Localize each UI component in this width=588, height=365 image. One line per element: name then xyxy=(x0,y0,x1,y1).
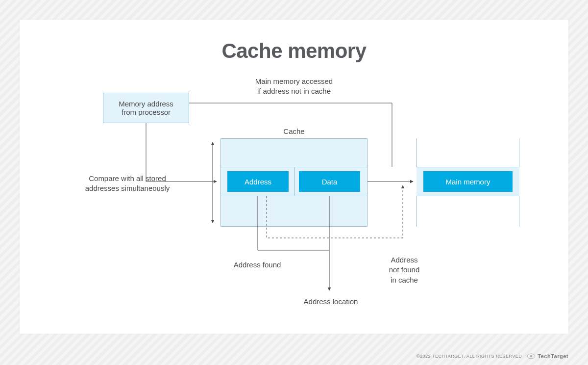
copyright-text: ©2022 TechTarget. All rights reserved xyxy=(416,354,522,359)
brand-logo: TechTarget xyxy=(527,353,568,359)
brand-name: TechTarget xyxy=(538,353,568,359)
cache-data-block: Data xyxy=(299,171,360,192)
label-main-memory-accessed: Main memory accessed if address not in c… xyxy=(230,77,358,97)
svg-point-1 xyxy=(530,355,532,357)
main-memory-block: Main memory xyxy=(423,171,513,192)
footer: ©2022 TechTarget. All rights reserved Te… xyxy=(416,353,568,359)
label-address-found: Address found xyxy=(218,260,296,270)
cache-address-block: Address xyxy=(227,171,289,192)
processor-address-box: Memory address from processor xyxy=(103,93,189,123)
label-compare-all: Compare with all stored addresses simult… xyxy=(74,174,181,194)
label-address-not-found: Address not found in cache xyxy=(380,255,429,285)
diagram-canvas: Cache memory Memory address from process… xyxy=(20,20,568,334)
label-address-location: Address location xyxy=(289,297,372,307)
cache-label: Cache xyxy=(220,127,368,136)
eye-icon xyxy=(527,353,536,359)
diagram-title: Cache memory xyxy=(20,39,568,63)
